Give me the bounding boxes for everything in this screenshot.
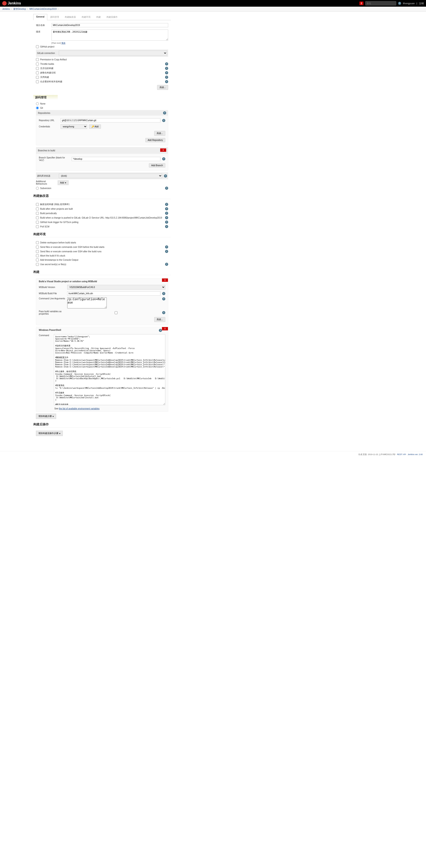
rest-api-link[interactable]: REST API: [397, 453, 406, 456]
help-icon[interactable]: ?: [165, 207, 168, 210]
page-footer: 生成 页面: 2019-11-22 上午08时33分17秒 REST API J…: [0, 451, 426, 458]
ps-title: Windows PowerShell?: [39, 329, 162, 333]
advanced-button[interactable]: 高级...: [157, 85, 168, 90]
delete-ps[interactable]: X: [162, 327, 168, 330]
preview-link[interactable]: 预览: [61, 42, 65, 44]
trigger-poll[interactable]: [36, 225, 39, 228]
browser-select[interactable]: (自动): [59, 174, 162, 178]
check-concurrent[interactable]: [36, 80, 39, 83]
trigger-github[interactable]: [36, 221, 39, 224]
help-icon[interactable]: ?: [165, 263, 168, 266]
add-cred-button[interactable]: 🔑 Add: [89, 124, 101, 129]
desc-label: 描述: [36, 30, 49, 33]
name-label: 项目名称: [36, 23, 49, 27]
help-icon[interactable]: ?: [159, 329, 162, 332]
notification-badge[interactable]: 2: [359, 2, 363, 5]
help-icon[interactable]: ?: [165, 245, 168, 249]
help-icon[interactable]: ?: [164, 175, 167, 178]
version-link[interactable]: Jenkins ver. 2.60: [407, 453, 423, 456]
tab-general[interactable]: General: [33, 14, 47, 20]
help-icon[interactable]: ?: [165, 67, 168, 70]
msbuild-args[interactable]: [67, 297, 107, 308]
scm-svn[interactable]: [36, 187, 39, 190]
msbuild-advanced[interactable]: 高级...: [154, 317, 165, 322]
help-icon[interactable]: ?: [162, 157, 165, 160]
help-icon[interactable]: ?: [165, 203, 168, 206]
description-input[interactable]: [52, 30, 168, 41]
credentials-select[interactable]: wangzhong: [61, 124, 87, 129]
add-behaviour[interactable]: Add ▾: [58, 180, 68, 185]
github-check[interactable]: [36, 45, 39, 48]
scm-none[interactable]: [36, 102, 39, 105]
bc-job[interactable]: MKCurtainJobDevelop2019: [30, 8, 57, 10]
help-icon[interactable]: ?: [165, 250, 168, 253]
env-title: 构建环境: [33, 230, 171, 238]
add-post-step[interactable]: 增加构建后操作步骤 ▾: [36, 431, 63, 436]
check-discard[interactable]: [36, 67, 39, 70]
tab-scm[interactable]: 源码管理: [47, 14, 62, 20]
delete-branch[interactable]: X: [160, 149, 166, 152]
env-abort[interactable]: [36, 254, 39, 257]
config-tabs: General 源码管理 构建触发器 构建环境 构建 构建后操作: [33, 14, 171, 20]
help-icon[interactable]: ?: [398, 2, 401, 5]
trigger-remote[interactable]: [36, 203, 39, 206]
delete-msbuild[interactable]: X: [162, 278, 168, 282]
search-input[interactable]: [365, 1, 396, 5]
trigger-after[interactable]: [36, 208, 39, 210]
repos-label: Repositories: [38, 112, 50, 114]
add-branch-button[interactable]: Add Branch: [149, 163, 165, 167]
jenkins-icon: [2, 1, 7, 5]
pass-vars-check[interactable]: [72, 311, 160, 314]
branch-spec-input[interactable]: [72, 157, 160, 161]
post-title: 构建后操作: [33, 421, 171, 428]
msbuild-file[interactable]: [67, 291, 160, 296]
add-build-step[interactable]: 增加构建步骤 ▾: [36, 413, 56, 419]
help-icon[interactable]: ?: [162, 292, 165, 295]
gitlab-conn-select[interactable]: [59, 51, 167, 56]
breadcrumb: Jenkins› 窗帘Develop› MKCurtainJobDevelop2…: [0, 7, 426, 12]
help-icon[interactable]: ?: [165, 187, 168, 190]
env-ssh-after[interactable]: [36, 250, 39, 253]
help-icon[interactable]: ?: [163, 112, 166, 115]
env-delete-ws[interactable]: [36, 241, 39, 244]
tab-post[interactable]: 构建后操作: [103, 14, 120, 20]
help-icon[interactable]: ?: [165, 71, 168, 74]
help-icon[interactable]: ?: [165, 76, 168, 79]
add-repo-button[interactable]: Add Repository: [145, 138, 165, 142]
help-icon[interactable]: ?: [165, 62, 168, 65]
scm-git[interactable]: [36, 106, 39, 110]
env-secret[interactable]: [36, 263, 39, 266]
env-vars-link[interactable]: the list of available environment variab…: [59, 407, 100, 410]
help-icon[interactable]: ?: [165, 216, 168, 219]
jenkins-logo[interactable]: Jenkins: [2, 1, 21, 5]
bc-root[interactable]: Jenkins: [2, 8, 10, 10]
check-disable[interactable]: [36, 76, 39, 79]
help-icon[interactable]: ?: [162, 311, 165, 314]
user-link[interactable]: lihongyuan: [403, 2, 415, 5]
help-icon[interactable]: ?: [165, 80, 168, 83]
help-icon[interactable]: ?: [165, 212, 168, 215]
help-icon[interactable]: ?: [162, 119, 165, 122]
bc-folder[interactable]: 窗帘Develop: [13, 8, 26, 10]
build-title: 构建: [33, 268, 171, 275]
env-ssh-before[interactable]: [36, 246, 39, 249]
branches-label: Branches to build: [38, 149, 55, 152]
repo-url-input[interactable]: [61, 118, 160, 122]
check-param[interactable]: [36, 71, 39, 74]
tab-build[interactable]: 构建: [93, 14, 103, 20]
help-icon[interactable]: ?: [162, 297, 165, 301]
repo-advanced[interactable]: 高级...: [154, 131, 165, 136]
check-throttle[interactable]: [36, 63, 39, 65]
tab-env[interactable]: 构建环境: [79, 14, 93, 20]
help-icon[interactable]: ?: [165, 225, 168, 228]
project-name-input[interactable]: [52, 23, 168, 27]
env-timestamps[interactable]: [36, 258, 39, 261]
msbuild-version[interactable]: VS2015MSBuildForC#6.0: [67, 285, 165, 289]
logout-link[interactable]: 注销: [419, 2, 424, 5]
ps-command[interactable]: [54, 334, 165, 405]
check-perm[interactable]: [36, 58, 39, 61]
help-icon[interactable]: ?: [165, 221, 168, 224]
tab-triggers[interactable]: 构建触发器: [62, 14, 79, 20]
trigger-gitlab[interactable]: [36, 216, 39, 219]
trigger-periodic[interactable]: [36, 212, 39, 215]
